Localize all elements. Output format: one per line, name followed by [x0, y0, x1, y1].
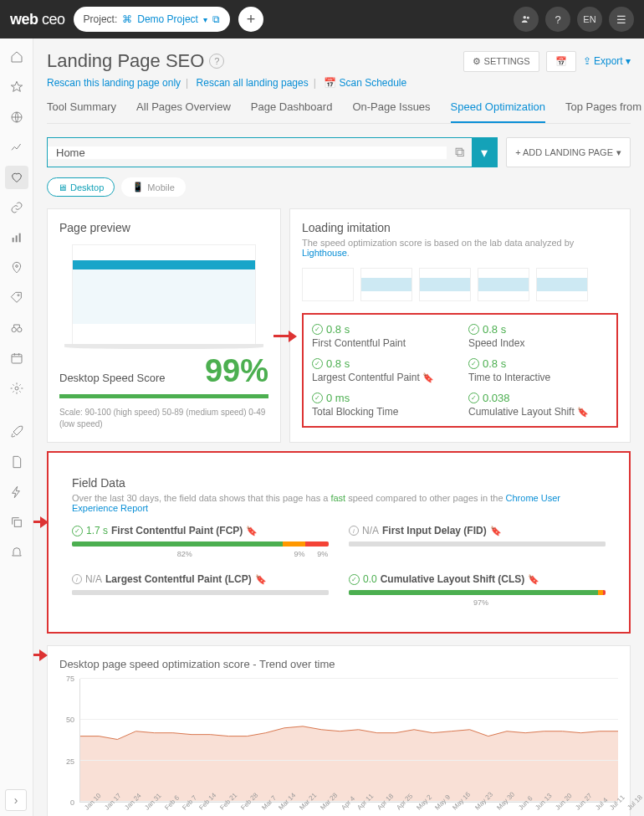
- tabs: Tool SummaryAll Pages OverviewPage Dashb…: [47, 100, 631, 124]
- desktop-icon: 🖥: [58, 182, 67, 192]
- rail-bars-icon[interactable]: [5, 226, 28, 249]
- rail-bolt-icon[interactable]: [5, 480, 28, 504]
- page-title: Landing Page SEO ?: [47, 50, 224, 72]
- rail-gear-icon[interactable]: [5, 377, 28, 400]
- page-screenshot: [72, 244, 256, 345]
- share-icon: ⌘: [122, 13, 132, 25]
- calendar-icon: 📅: [324, 77, 336, 89]
- loading-thumbs: [302, 268, 618, 301]
- check-icon: ✓: [349, 574, 360, 585]
- field-metric: i N/A Largest Contentful Paint (LCP) 🔖: [72, 573, 329, 608]
- tab-on-page-issues[interactable]: On-Page Issues: [352, 100, 430, 123]
- rail-rocket-icon[interactable]: [5, 420, 28, 444]
- check-icon: ✓: [312, 358, 323, 369]
- arrow-icon: [273, 331, 297, 342]
- svg-rect-10: [12, 354, 22, 363]
- loading-card: Loading imitation The speed optimization…: [289, 208, 631, 443]
- collapse-sidebar-button[interactable]: ›: [5, 789, 27, 811]
- main-content: Landing Page SEO ? ⚙SETTINGS 📅 ⇪ Export …: [33, 38, 644, 816]
- tab-tool-summary[interactable]: Tool Summary: [47, 100, 116, 123]
- external-link-icon[interactable]: ⧉: [212, 13, 220, 25]
- users-icon[interactable]: [514, 7, 539, 32]
- info-icon: i: [349, 526, 359, 536]
- add-landing-page-button[interactable]: + ADD LANDING PAGE ▾: [506, 137, 631, 167]
- rail-tag-icon[interactable]: [5, 286, 28, 310]
- tab-speed-optimization[interactable]: Speed Optimization: [451, 100, 545, 123]
- thumb: [419, 268, 471, 301]
- rail-calendar-icon[interactable]: [5, 346, 28, 370]
- sidebar: [0, 38, 33, 816]
- tab-top-pages-from-search-cons[interactable]: Top Pages from Search Cons: [565, 100, 644, 123]
- field-metric: ✓ 1.7 s First Contentful Paint (FCP) 🔖82…: [72, 525, 329, 560]
- check-icon: ✓: [312, 393, 323, 403]
- project-selector[interactable]: Project: ⌘ Demo Project ▾ ⧉: [74, 7, 230, 32]
- field-metric: ✓ 0.0 Cumulative Layout Shift (CLS) 🔖97%: [349, 573, 606, 608]
- tab-all-pages-overview[interactable]: All Pages Overview: [136, 100, 231, 123]
- svg-point-6: [15, 265, 18, 268]
- chevron-down-icon: ▾: [616, 147, 621, 158]
- rail-chart-icon[interactable]: [5, 136, 28, 159]
- check-icon: ✓: [312, 324, 323, 335]
- preview-heading: Page preview: [59, 221, 268, 234]
- calendar-button[interactable]: 📅: [546, 51, 576, 72]
- desktop-toggle[interactable]: 🖥Desktop: [47, 177, 115, 197]
- check-icon: ✓: [72, 526, 83, 536]
- rail-globe-icon[interactable]: [5, 105, 28, 129]
- rail-link-icon[interactable]: [5, 196, 28, 219]
- lab-metric: ✓ 0.8 sLargest Contentful Paint 🔖: [312, 357, 452, 383]
- bookmark-icon: 🔖: [422, 372, 434, 382]
- landing-page-input[interactable]: [48, 146, 447, 159]
- check-icon: ✓: [468, 358, 479, 369]
- thumb: [302, 268, 354, 301]
- field-metric: i N/A First Input Delay (FID) 🔖: [349, 525, 606, 560]
- bookmark-icon: 🔖: [528, 574, 539, 585]
- score-bar: [59, 394, 268, 398]
- landing-page-select[interactable]: ⧉ ▾: [47, 137, 498, 167]
- rail-star-icon[interactable]: [5, 75, 28, 99]
- logo: web ceo: [10, 11, 65, 28]
- tab-page-dashboard[interactable]: Page Dashboard: [251, 100, 333, 123]
- rescan-all-link[interactable]: Rescan all landing pages: [197, 77, 309, 89]
- check-icon: ✓: [468, 393, 479, 403]
- rail-bell-icon[interactable]: [5, 541, 28, 564]
- scale-text: Scale: 90-100 (high speed) 50-89 (medium…: [59, 407, 268, 430]
- rail-binoculars-icon[interactable]: [5, 316, 28, 340]
- svg-rect-12: [14, 520, 21, 526]
- lab-metric: ✓ 0.8 sFirst Contentful Paint: [312, 323, 452, 349]
- field-data-card: Field Data Over the last 30 days, the fi…: [47, 451, 631, 634]
- info-icon: i: [72, 574, 82, 584]
- topbar: web ceo Project: ⌘ Demo Project ▾ ⧉ + ? …: [0, 0, 644, 38]
- rail-doc-icon[interactable]: [5, 450, 28, 474]
- arrow-icon: [33, 516, 49, 528]
- svg-point-9: [17, 327, 21, 331]
- chevron-down-icon: ▾: [626, 55, 631, 67]
- gear-icon: ⚙: [473, 56, 481, 67]
- rail-pin-icon[interactable]: [5, 256, 28, 280]
- chevron-down-icon[interactable]: ▾: [472, 138, 497, 167]
- svg-rect-4: [15, 235, 17, 242]
- rail-heart-icon[interactable]: [5, 166, 28, 189]
- score-value: 99%: [205, 353, 268, 389]
- rail-home-icon[interactable]: [5, 45, 28, 69]
- upload-icon: ⇪: [583, 55, 591, 67]
- mobile-toggle[interactable]: 📱Mobile: [121, 177, 185, 197]
- rail-copy-icon[interactable]: [5, 511, 28, 534]
- language-selector[interactable]: EN: [577, 7, 602, 32]
- settings-button[interactable]: ⚙SETTINGS: [463, 51, 539, 72]
- help-icon[interactable]: ?: [209, 54, 224, 69]
- field-heading: Field Data: [72, 476, 606, 490]
- svg-rect-5: [18, 234, 20, 243]
- add-project-button[interactable]: +: [238, 7, 263, 32]
- scan-schedule-link[interactable]: Scan Schedule: [339, 77, 406, 89]
- sub-links: Rescan this landing page only| Rescan al…: [47, 77, 631, 89]
- lighthouse-link[interactable]: Lighthouse: [302, 248, 347, 258]
- export-button[interactable]: ⇪ Export ▾: [583, 55, 631, 67]
- bookmark-icon: 🔖: [577, 407, 589, 417]
- external-link-icon[interactable]: ⧉: [447, 145, 472, 160]
- rescan-one-link[interactable]: Rescan this landing page only: [47, 77, 181, 89]
- bookmark-icon: 🔖: [255, 574, 267, 585]
- svg-point-1: [527, 17, 529, 19]
- calendar-icon: 📅: [555, 56, 567, 67]
- help-icon[interactable]: ?: [545, 7, 570, 32]
- menu-icon[interactable]: ☰: [609, 7, 634, 32]
